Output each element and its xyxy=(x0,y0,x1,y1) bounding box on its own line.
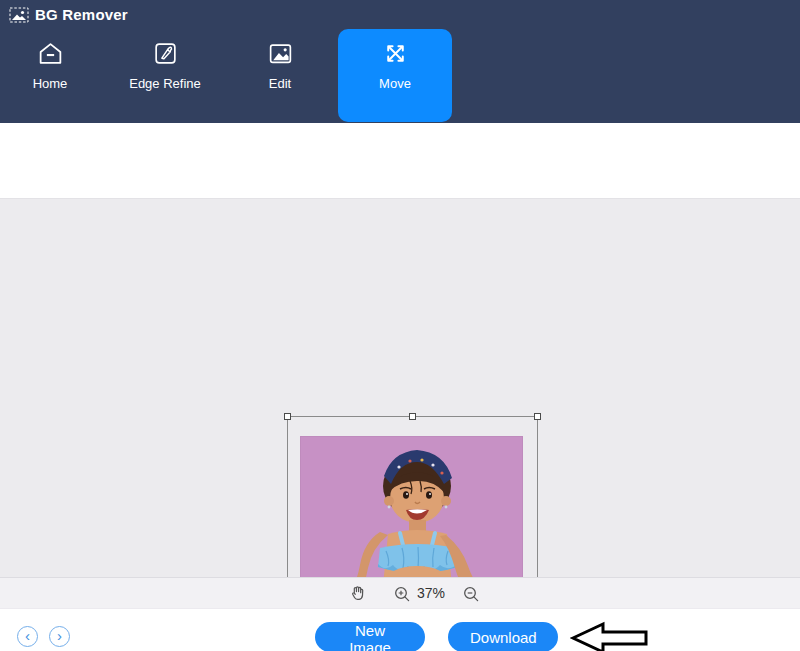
previous-image-button[interactable]: ‹ xyxy=(17,626,38,647)
tab-edge-refine[interactable]: Edge Refine xyxy=(120,40,210,91)
tab-home-label: Home xyxy=(33,76,68,91)
move-icon xyxy=(382,40,409,67)
edge-refine-icon xyxy=(152,40,179,67)
next-image-button[interactable]: › xyxy=(49,626,70,647)
tab-edge-refine-label: Edge Refine xyxy=(129,76,201,91)
zoom-level-value: 37% xyxy=(417,585,445,601)
zoom-in-icon xyxy=(393,585,411,603)
annotation-arrow-left-icon xyxy=(570,620,650,651)
tab-move[interactable]: Move xyxy=(350,40,440,91)
hand-icon xyxy=(349,585,366,602)
tab-edit-label: Edit xyxy=(269,76,291,91)
download-button[interactable]: Download xyxy=(448,622,558,651)
canvas[interactable] xyxy=(0,198,800,577)
chevron-left-icon: ‹ xyxy=(25,627,30,644)
home-icon xyxy=(37,40,64,67)
zoom-bar: 37% xyxy=(0,577,800,608)
zoom-in-button[interactable] xyxy=(393,585,411,607)
selection-handle-top-left[interactable] xyxy=(284,413,291,420)
chevron-right-icon: › xyxy=(57,627,62,644)
bg-remover-logo-icon xyxy=(9,7,29,23)
bg-remover-app: BG Remover Home Edge Refine Edit xyxy=(0,0,800,651)
toolbar: ✓ Free Transform Flip: Rotate: xyxy=(0,123,800,198)
tab-home[interactable]: Home xyxy=(5,40,95,91)
brand: BG Remover xyxy=(9,6,128,23)
selection-handle-top-right[interactable] xyxy=(534,413,541,420)
app-title: BG Remover xyxy=(35,6,128,23)
selection-handle-top-middle[interactable] xyxy=(409,413,416,420)
tab-edit[interactable]: Edit xyxy=(235,40,325,91)
pan-tool-button[interactable] xyxy=(349,585,366,606)
footer: ‹ › New Image Download xyxy=(0,608,800,651)
tab-move-label: Move xyxy=(379,76,411,91)
edit-icon xyxy=(267,40,294,67)
header: BG Remover Home Edge Refine Edit xyxy=(0,0,800,123)
zoom-out-button[interactable] xyxy=(462,585,480,607)
new-image-button[interactable]: New Image xyxy=(315,622,425,651)
zoom-out-icon xyxy=(462,585,480,603)
